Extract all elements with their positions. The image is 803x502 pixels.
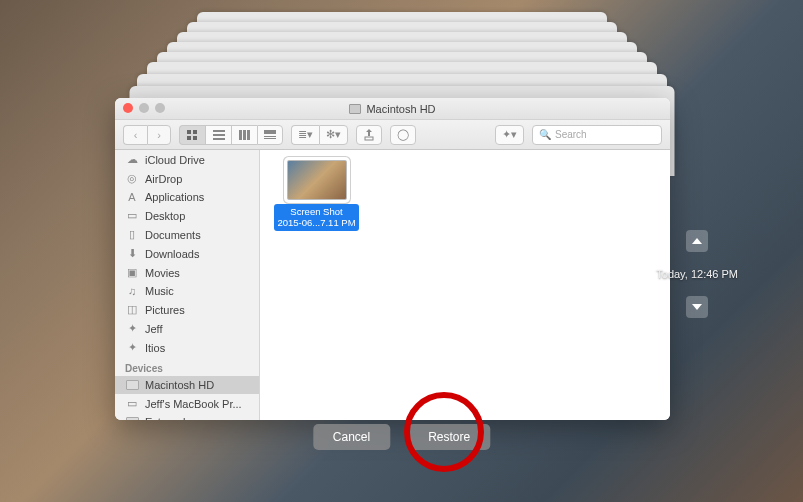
view-coverflow-button[interactable] — [257, 125, 283, 145]
hd-icon — [125, 417, 139, 420]
sidebar-item-icloud[interactable]: ☁ iCloud Drive — [115, 150, 259, 169]
timeline-up-button[interactable] — [686, 230, 708, 252]
timeline-label: Today, 12:46 PM — [656, 268, 738, 280]
sidebar-item-macintosh-hd[interactable]: Macintosh HD — [115, 376, 259, 394]
svg-rect-12 — [264, 138, 276, 139]
search-icon: 🔍 — [539, 129, 551, 140]
sidebar-item-desktop[interactable]: ▭ Desktop — [115, 206, 259, 225]
arrange-button[interactable]: ≣▾ — [291, 125, 319, 145]
sidebar-item-label: iCloud Drive — [145, 154, 205, 166]
cloud-icon: ☁ — [125, 153, 139, 166]
svg-rect-7 — [239, 130, 242, 140]
folder-icon: ✦ — [125, 322, 139, 335]
sidebar-item-documents[interactable]: ▯ Documents — [115, 225, 259, 244]
window-title: Macintosh HD — [366, 103, 435, 115]
sidebar-item-macbook[interactable]: ▭ Jeff's MacBook Pr... — [115, 394, 259, 413]
sidebar-item-label: Jeff's MacBook Pr... — [145, 398, 242, 410]
sidebar-item-label: Downloads — [145, 248, 199, 260]
hd-icon — [125, 380, 139, 390]
search-input[interactable]: 🔍 Search — [532, 125, 662, 145]
sidebar-item-label: Desktop — [145, 210, 185, 222]
file-thumbnail — [287, 160, 347, 200]
tags-button[interactable]: ◯ — [390, 125, 416, 145]
timeline-down-button[interactable] — [686, 296, 708, 318]
forward-button[interactable]: › — [147, 125, 171, 145]
file-item[interactable]: Screen Shot 2015-06...7.11 PM — [270, 160, 363, 231]
sidebar-item-label: Music — [145, 285, 174, 297]
svg-rect-9 — [247, 130, 250, 140]
airdrop-icon: ◎ — [125, 172, 139, 185]
toolbar: ‹ › ≣▾ ✻▾ ◯ ✦▾ 🔍 — [115, 120, 670, 150]
sidebar-item-pictures[interactable]: ◫ Pictures — [115, 300, 259, 319]
svg-rect-10 — [264, 130, 276, 134]
svg-rect-11 — [264, 136, 276, 137]
file-label: Screen Shot 2015-06...7.11 PM — [274, 204, 358, 231]
view-list-button[interactable] — [205, 125, 231, 145]
sidebar-item-label: Documents — [145, 229, 201, 241]
sidebar-item-music[interactable]: ♫ Music — [115, 282, 259, 300]
downloads-icon: ⬇ — [125, 247, 139, 260]
folder-icon: ✦ — [125, 341, 139, 354]
finder-window: Macintosh HD ‹ › ≣▾ ✻▾ — [115, 98, 670, 420]
sidebar-item-movies[interactable]: ▣ Movies — [115, 263, 259, 282]
svg-rect-6 — [213, 138, 225, 140]
svg-rect-3 — [193, 136, 197, 140]
svg-rect-0 — [187, 130, 191, 134]
sidebar-item-label: Applications — [145, 191, 204, 203]
applications-icon: A — [125, 191, 139, 203]
sidebar-item-external[interactable]: External — [115, 413, 259, 420]
desktop-icon: ▭ — [125, 209, 139, 222]
titlebar: Macintosh HD — [115, 98, 670, 120]
sidebar-item-label: External — [145, 416, 185, 420]
sidebar-item-downloads[interactable]: ⬇ Downloads — [115, 244, 259, 263]
svg-rect-8 — [243, 130, 246, 140]
view-icon-button[interactable] — [179, 125, 205, 145]
action-button[interactable]: ✻▾ — [319, 125, 348, 145]
sidebar-item-airdrop[interactable]: ◎ AirDrop — [115, 169, 259, 188]
documents-icon: ▯ — [125, 228, 139, 241]
sidebar-item-itios[interactable]: ✦ Itios — [115, 338, 259, 357]
content-area[interactable]: Screen Shot 2015-06...7.11 PM — [260, 150, 670, 420]
movies-icon: ▣ — [125, 266, 139, 279]
dropbox-button[interactable]: ✦▾ — [495, 125, 524, 145]
back-button[interactable]: ‹ — [123, 125, 147, 145]
maximize-icon[interactable] — [155, 103, 165, 113]
cancel-button[interactable]: Cancel — [313, 424, 390, 450]
svg-rect-4 — [213, 130, 225, 132]
view-column-button[interactable] — [231, 125, 257, 145]
sidebar-item-label: AirDrop — [145, 173, 182, 185]
sidebar-item-label: Movies — [145, 267, 180, 279]
restore-button[interactable]: Restore — [408, 424, 490, 450]
close-icon[interactable] — [123, 103, 133, 113]
minimize-icon[interactable] — [139, 103, 149, 113]
music-icon: ♫ — [125, 285, 139, 297]
svg-rect-5 — [213, 134, 225, 136]
pictures-icon: ◫ — [125, 303, 139, 316]
sidebar-item-label: Jeff — [145, 323, 163, 335]
svg-rect-1 — [193, 130, 197, 134]
sidebar-item-label: Macintosh HD — [145, 379, 214, 391]
hd-icon — [349, 104, 361, 114]
sidebar: ☁ iCloud Drive ◎ AirDrop A Applications … — [115, 150, 260, 420]
svg-rect-2 — [187, 136, 191, 140]
sidebar-item-applications[interactable]: A Applications — [115, 188, 259, 206]
search-placeholder: Search — [555, 129, 587, 140]
sidebar-item-label: Itios — [145, 342, 165, 354]
svg-rect-13 — [365, 137, 373, 140]
sidebar-item-label: Pictures — [145, 304, 185, 316]
timeline-nav: Today, 12:46 PM — [656, 230, 738, 318]
share-button[interactable] — [356, 125, 382, 145]
devices-heading: Devices — [115, 357, 259, 376]
laptop-icon: ▭ — [125, 397, 139, 410]
sidebar-item-jeff[interactable]: ✦ Jeff — [115, 319, 259, 338]
